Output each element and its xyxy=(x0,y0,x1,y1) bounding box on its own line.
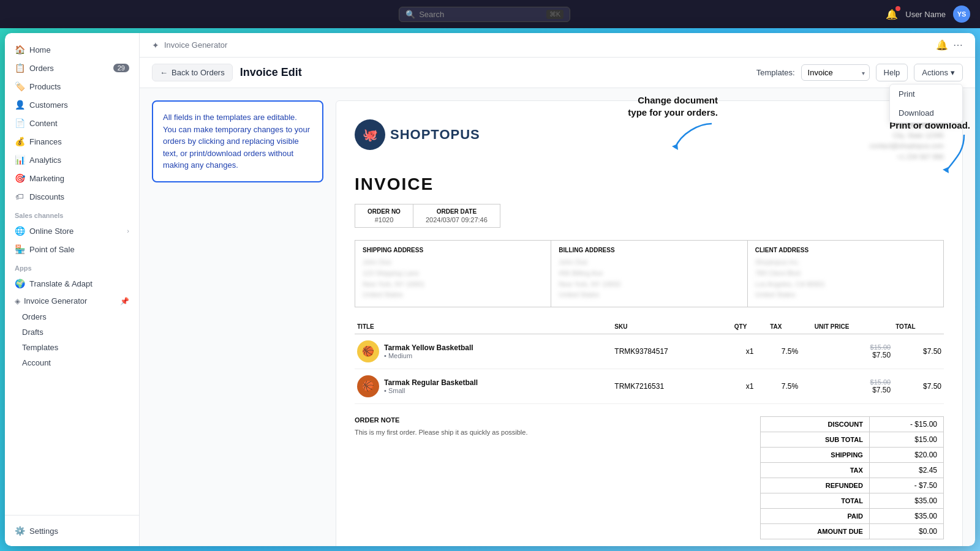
sidebar-item-content[interactable]: 📄 Content xyxy=(5,114,139,132)
more-options-icon-btn[interactable]: ⋯ xyxy=(953,39,963,51)
col-sku: SKU xyxy=(612,320,731,334)
total-discount: DISCOUNT - $15.00 xyxy=(761,416,944,432)
item1-product: 🏀 Tarmak Yellow Basketball Medium xyxy=(357,340,609,362)
address-section: SHIPPING ADDRESS John Doe123 Shipping La… xyxy=(355,240,944,307)
help-button[interactable]: Help xyxy=(876,64,908,81)
total-paid: PAID $35.00 xyxy=(761,508,944,523)
sidebar-label-finances: Finances xyxy=(29,137,62,146)
breadcrumb-app-icon: ✦ xyxy=(152,40,159,50)
sidebar-item-pos[interactable]: 🏪 Point of Sale xyxy=(5,240,139,258)
invoice-title: INVOICE xyxy=(355,174,944,194)
online-store-icon: 🌐 xyxy=(15,226,24,236)
col-total: TOTAL xyxy=(893,320,944,334)
company-line4: +1 234 567 890 xyxy=(870,152,944,163)
item2-unit-price: $15.00 $7.50 xyxy=(812,369,893,403)
item1-unit-price: $15.00 $7.50 xyxy=(812,334,893,369)
sidebar-footer: ⚙️ Settings xyxy=(5,515,139,546)
back-button-label: Back to Orders xyxy=(172,68,225,77)
sidebar-sub-orders[interactable]: Orders xyxy=(5,309,139,324)
page-title: Invoice Edit xyxy=(240,66,302,79)
logo-emoji: 🐙 xyxy=(363,127,378,142)
client-address-content: Shoptopus Inc.789 Client BlvdLos Angeles… xyxy=(755,257,936,300)
sidebar-sub-drafts[interactable]: Drafts xyxy=(5,324,139,340)
notification-bell[interactable]: 🔔 xyxy=(886,9,898,20)
sidebar-item-online-store[interactable]: 🌐 Online Store › xyxy=(5,222,139,240)
total-total: TOTAL $35.00 xyxy=(761,493,944,508)
sidebar-label-settings: Settings xyxy=(29,527,58,536)
order-no-cell: ORDER NO #1020 xyxy=(355,204,413,228)
sidebar-item-invoice-generator[interactable]: ◈ Invoice Generator 📌 xyxy=(5,293,139,309)
item1-original-price: $15.00 xyxy=(815,343,891,351)
sidebar-item-analytics[interactable]: 📊 Analytics xyxy=(5,151,139,169)
pos-icon: 🏪 xyxy=(15,244,24,254)
sidebar-item-discounts[interactable]: 🏷 Discounts xyxy=(5,187,139,206)
total-tax: TAX $2.45 xyxy=(761,462,944,478)
invoice-gen-icon: ◈ xyxy=(15,297,20,305)
amount-due-label: AMOUNT DUE xyxy=(761,523,870,539)
sidebar-item-finances[interactable]: 💰 Finances xyxy=(5,132,139,151)
total-refunded: REFUNDED - $7.50 xyxy=(761,478,944,493)
item2-qty: x1 xyxy=(732,369,768,403)
item2-thumbnail: 🏀 xyxy=(357,375,379,397)
sidebar-item-settings[interactable]: ⚙️ Settings xyxy=(5,522,139,540)
subtotal-value: $15.00 xyxy=(869,432,943,447)
shipping-address-content: John Doe123 Shipping LaneNew York, NY 10… xyxy=(363,257,543,300)
logo-icon: 🐙 xyxy=(355,119,385,150)
refunded-label: REFUNDED xyxy=(761,478,870,493)
sidebar-item-customers[interactable]: 👤 Customers xyxy=(5,96,139,114)
invoice-area-wrapper: Change documenttype for your orders. Pri… xyxy=(140,88,975,546)
actions-wrapper: Actions ▾ Print Download xyxy=(914,64,963,81)
order-note: ORDER NOTE This is my first order. Pleas… xyxy=(355,416,748,438)
sidebar-item-products[interactable]: 🏷️ Products xyxy=(5,77,139,96)
col-tax: TAX xyxy=(767,320,812,334)
templates-select[interactable]: Invoice Receipt Quote Packing Slip xyxy=(801,64,870,81)
company-line3: contact@shoptopus.com xyxy=(870,141,944,152)
customers-icon: 👤 xyxy=(15,100,24,110)
main-layout: 🏠 Home 📋 Orders 29 🏷️ Products 👤 Custome… xyxy=(5,33,975,546)
order-no-value: #1020 xyxy=(368,216,401,223)
item2-tax: 7.5% xyxy=(767,369,812,403)
info-box: All fields in the templates are editable… xyxy=(152,100,323,182)
action-download[interactable]: Download xyxy=(890,103,962,122)
sidebar-sub-account[interactable]: Account xyxy=(5,355,139,370)
breadcrumb-bar: ✦ Invoice Generator 🔔 ⋯ xyxy=(140,33,975,58)
action-print[interactable]: Print xyxy=(890,84,962,103)
back-button[interactable]: ← Back to Orders xyxy=(152,64,233,81)
item2-original-price: $15.00 xyxy=(815,378,891,386)
info-box-text: All fields in the templates are editable… xyxy=(163,113,310,170)
invoice-logo: 🐙 SHOPTOPUS xyxy=(355,119,480,150)
sub-orders-label: Orders xyxy=(22,312,47,321)
totals-table: DISCOUNT - $15.00 SUB TOTAL $15.00 SHIPP… xyxy=(760,416,944,539)
item2-product: 🏀 Tarmak Regular Basketball Small xyxy=(357,375,609,397)
invoice-company-info: 123 Business St City, State 12345 contac… xyxy=(870,119,944,162)
notification-icon-btn[interactable]: 🔔 xyxy=(936,39,948,51)
sidebar-item-translate[interactable]: 🌍 Translate & Adapt xyxy=(5,274,139,293)
search-bar[interactable]: 🔍 Search ⌘K xyxy=(399,7,570,22)
discount-value: - $15.00 xyxy=(869,416,943,432)
sidebar-item-orders[interactable]: 📋 Orders 29 xyxy=(5,59,139,77)
products-icon: 🏷️ xyxy=(15,81,24,91)
invoice-meta: ORDER NO #1020 ORDER DATE 2024/03/07 09:… xyxy=(355,204,944,228)
actions-button[interactable]: Actions ▾ xyxy=(914,64,963,81)
settings-icon: ⚙️ xyxy=(15,526,24,536)
item2-title: 🏀 Tarmak Regular Basketball Small xyxy=(355,369,612,403)
sidebar-item-home[interactable]: 🏠 Home xyxy=(5,40,139,59)
item1-price: $7.50 xyxy=(815,351,891,359)
bottom-section: ORDER NOTE This is my first order. Pleas… xyxy=(355,416,944,539)
avatar[interactable]: YS xyxy=(953,6,970,23)
item2-variant: Small xyxy=(384,387,478,394)
sidebar-sub-templates[interactable]: Templates xyxy=(5,340,139,355)
col-qty: QTY xyxy=(732,320,768,334)
search-icon: 🔍 xyxy=(405,10,415,19)
page-header: ← Back to Orders Invoice Edit Templates:… xyxy=(140,58,975,88)
item2-price: $7.50 xyxy=(815,386,891,394)
subtotal-label: SUB TOTAL xyxy=(761,432,870,447)
finances-icon: 💰 xyxy=(15,137,24,146)
billing-address-label: BILLING ADDRESS xyxy=(559,247,739,253)
order-note-text: This is my first order. Please ship it a… xyxy=(355,427,748,438)
sidebar-item-marketing[interactable]: 🎯 Marketing xyxy=(5,169,139,187)
billing-address-content: John Doe456 Billing AveNew York, NY 1000… xyxy=(559,257,739,300)
discount-label: DISCOUNT xyxy=(761,416,870,432)
back-arrow-icon: ← xyxy=(160,68,168,77)
refunded-value: - $7.50 xyxy=(869,478,943,493)
